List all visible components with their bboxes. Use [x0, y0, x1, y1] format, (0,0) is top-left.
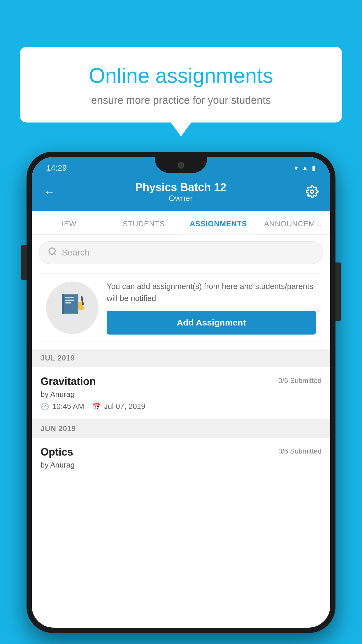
search-icon [48, 247, 57, 258]
clock-icon: 🕐 [41, 402, 49, 411]
phone-outer: 14:29 ▾ ▲ ▮ ← Physics Batch 12 Owner [27, 152, 335, 633]
assignment-by: by Anurag [41, 390, 321, 399]
app-header: ← Physics Batch 12 Owner [32, 176, 330, 211]
header-subtitle: Owner [56, 194, 306, 203]
status-time: 14:29 [46, 163, 67, 173]
assignment-top-row-optics: Optics 0/6 Submitted [41, 446, 321, 458]
month-separator-jul: JUL 2019 [32, 349, 330, 367]
bubble-title: Online assignments [37, 64, 325, 87]
search-bar[interactable]: Search [39, 241, 323, 264]
assignment-meta: 🕐 10:45 AM 📅 Jul 07, 2019 [41, 402, 321, 411]
svg-rect-5 [65, 297, 74, 298]
assignment-name: Gravitation [41, 375, 96, 388]
promo-description: You can add assignment(s) from here and … [107, 281, 316, 304]
svg-point-0 [311, 190, 314, 193]
camera-icon [178, 162, 184, 169]
assignment-top-row: Gravitation 0/6 Submitted [41, 375, 321, 388]
svg-rect-7 [65, 302, 71, 304]
svg-line-2 [54, 253, 56, 255]
settings-button[interactable] [306, 185, 319, 199]
tab-bar: IEW STUDENTS ASSIGNMENTS ANNOUNCEM... [32, 211, 330, 235]
month-separator-jun: JUN 2019 [32, 419, 330, 438]
promo-text-area: You can add assignment(s) from here and … [107, 281, 316, 335]
speech-bubble-container: Online assignments ensure more practice … [20, 47, 342, 123]
wifi-icon: ▾ [294, 164, 298, 172]
svg-rect-6 [65, 300, 74, 301]
tab-students[interactable]: STUDENTS [106, 211, 181, 234]
back-button[interactable]: ← [43, 186, 56, 198]
svg-rect-8 [62, 294, 64, 314]
tab-assignments[interactable]: ASSIGNMENTS [181, 211, 256, 234]
promo-icon-wrap [46, 281, 99, 334]
add-assignment-button[interactable]: Add Assignment [107, 311, 316, 335]
phone-notch [155, 157, 207, 173]
assignment-submitted: 0/6 Submitted [278, 377, 321, 385]
tab-announcements[interactable]: ANNOUNCEM... [256, 211, 330, 234]
phone-mockup: 14:29 ▾ ▲ ▮ ← Physics Batch 12 Owner [27, 152, 335, 633]
signal-icon: ▲ [301, 164, 308, 172]
assignment-item-optics[interactable]: Optics 0/6 Submitted by Anurag [32, 438, 330, 481]
assignment-by-optics: by Anurag [41, 461, 321, 470]
battery-icon: ▮ [312, 164, 316, 172]
bubble-subtitle: ensure more practice for your students [37, 94, 325, 106]
speech-bubble: Online assignments ensure more practice … [20, 47, 342, 123]
assignment-date: 📅 Jul 07, 2019 [92, 402, 145, 411]
header-center: Physics Batch 12 Owner [56, 181, 306, 203]
assignment-item-gravitation[interactable]: Gravitation 0/6 Submitted by Anurag 🕐 10… [32, 367, 330, 419]
tab-iew[interactable]: IEW [32, 211, 106, 234]
phone-screen: 14:29 ▾ ▲ ▮ ← Physics Batch 12 Owner [32, 157, 330, 628]
calendar-icon: 📅 [92, 402, 101, 411]
assignment-submitted-optics: 0/6 Submitted [278, 447, 321, 455]
promo-card: You can add assignment(s) from here and … [39, 273, 323, 342]
assignment-book-icon [59, 292, 85, 323]
screen-content: ← Physics Batch 12 Owner [32, 176, 330, 628]
status-icons: ▾ ▲ ▮ [294, 164, 316, 172]
search-container: Search [32, 235, 330, 270]
assignment-time: 🕐 10:45 AM [41, 402, 84, 411]
header-title: Physics Batch 12 [56, 181, 306, 194]
search-placeholder: Search [62, 248, 89, 258]
assignment-name-optics: Optics [41, 446, 73, 458]
